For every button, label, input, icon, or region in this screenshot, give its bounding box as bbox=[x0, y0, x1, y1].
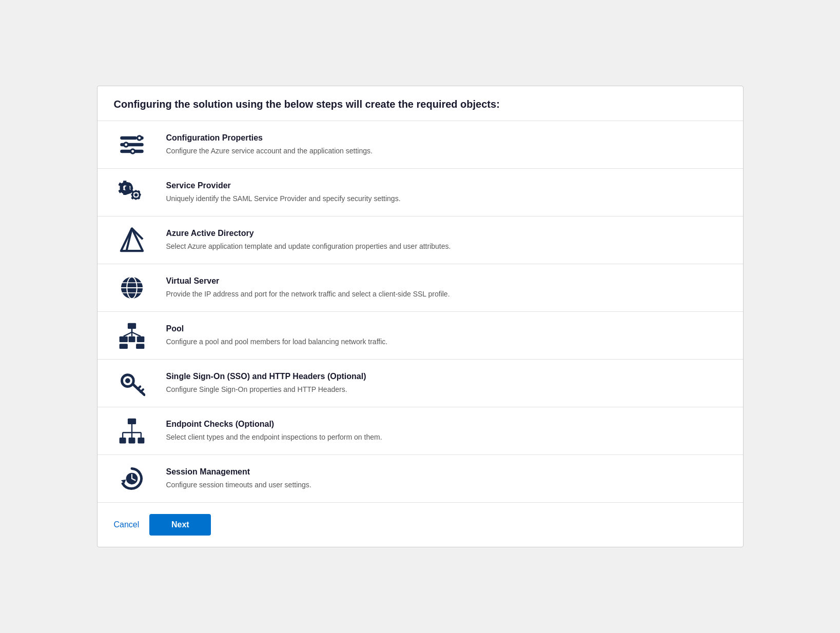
dialog-container: Configuring the solution using the below… bbox=[97, 86, 744, 547]
step-item-pool: Pool Configure a pool and pool members f… bbox=[97, 312, 743, 360]
step-content-pool: Pool Configure a pool and pool members f… bbox=[166, 324, 727, 347]
svg-line-50 bbox=[132, 332, 141, 337]
step-description-sso-http-headers: Configure Single Sign-On properties and … bbox=[166, 384, 727, 395]
svg-rect-45 bbox=[119, 344, 127, 349]
step-title-pool: Pool bbox=[166, 324, 727, 333]
svg-point-11 bbox=[131, 150, 134, 153]
step-description-endpoint-checks: Select client types and the endpoint ins… bbox=[166, 432, 727, 443]
svg-rect-17 bbox=[130, 187, 133, 189]
session-icon bbox=[114, 465, 150, 492]
svg-line-56 bbox=[141, 389, 143, 392]
svg-rect-41 bbox=[127, 323, 135, 329]
svg-rect-57 bbox=[127, 419, 135, 424]
sliders-icon bbox=[114, 131, 150, 158]
step-title-configuration-properties: Configuration Properties bbox=[166, 133, 727, 143]
svg-point-23 bbox=[134, 193, 138, 197]
step-title-virtual-server: Virtual Server bbox=[166, 276, 727, 286]
svg-rect-42 bbox=[119, 337, 127, 342]
step-content-configuration-properties: Configuration Properties Configure the A… bbox=[166, 133, 727, 156]
step-title-azure-active-directory: Azure Active Directory bbox=[166, 229, 727, 238]
svg-point-7 bbox=[125, 144, 127, 146]
step-description-configuration-properties: Configure the Azure service account and … bbox=[166, 146, 727, 156]
azure-icon bbox=[114, 227, 150, 253]
step-title-session-management: Session Management bbox=[166, 467, 727, 477]
svg-rect-43 bbox=[128, 337, 135, 342]
step-item-azure-active-directory: Azure Active Directory Select Azure appl… bbox=[97, 216, 743, 264]
steps-list: Configuration Properties Configure the A… bbox=[97, 121, 743, 503]
step-item-session-management: Session Management Configure session tim… bbox=[97, 455, 743, 503]
globe-icon bbox=[114, 274, 150, 301]
step-content-service-provider: Service Provider Uniquely identify the S… bbox=[166, 181, 727, 204]
svg-point-53 bbox=[125, 378, 130, 383]
step-description-virtual-server: Provide the IP address and port for the … bbox=[166, 289, 727, 300]
next-button[interactable]: Next bbox=[149, 514, 211, 536]
step-content-endpoint-checks: Endpoint Checks (Optional) Select client… bbox=[166, 420, 727, 443]
svg-rect-14 bbox=[126, 182, 128, 185]
svg-rect-5 bbox=[127, 143, 144, 147]
endpoint-icon bbox=[114, 418, 150, 444]
step-content-sso-http-headers: Single Sign-On (SSO) and HTTP Headers (O… bbox=[166, 372, 727, 395]
step-title-endpoint-checks: Endpoint Checks (Optional) bbox=[166, 420, 727, 429]
svg-rect-27 bbox=[139, 194, 141, 195]
dialog-header: Configuring the solution using the below… bbox=[97, 86, 743, 121]
cancel-button[interactable]: Cancel bbox=[114, 520, 140, 529]
network-icon bbox=[114, 322, 150, 349]
step-description-azure-active-directory: Select Azure application template and up… bbox=[166, 241, 727, 252]
svg-rect-16 bbox=[121, 187, 124, 189]
svg-rect-0 bbox=[120, 136, 137, 140]
step-description-service-provider: Uniquely identify the SAML Service Provi… bbox=[166, 193, 727, 204]
svg-rect-46 bbox=[136, 344, 144, 349]
svg-rect-15 bbox=[126, 191, 128, 194]
step-description-pool: Configure a pool and pool members for lo… bbox=[166, 337, 727, 347]
svg-point-3 bbox=[138, 137, 141, 140]
step-content-azure-active-directory: Azure Active Directory Select Azure appl… bbox=[166, 229, 727, 252]
svg-rect-25 bbox=[135, 197, 136, 200]
step-content-session-management: Session Management Configure session tim… bbox=[166, 467, 727, 490]
dialog-footer: Cancel Next bbox=[97, 503, 743, 547]
step-item-sso-http-headers: Single Sign-On (SSO) and HTTP Headers (O… bbox=[97, 360, 743, 407]
step-item-service-provider: Service Provider Uniquely identify the S… bbox=[97, 169, 743, 216]
svg-point-13 bbox=[125, 186, 129, 190]
svg-rect-26 bbox=[131, 194, 133, 195]
step-title-sso-http-headers: Single Sign-On (SSO) and HTTP Headers (O… bbox=[166, 372, 727, 381]
svg-line-48 bbox=[123, 332, 131, 337]
svg-rect-59 bbox=[128, 438, 135, 443]
gears-icon bbox=[114, 179, 150, 206]
step-item-configuration-properties: Configuration Properties Configure the A… bbox=[97, 121, 743, 169]
svg-line-55 bbox=[138, 387, 140, 389]
dialog-title: Configuring the solution using the below… bbox=[114, 98, 727, 110]
svg-rect-24 bbox=[135, 190, 136, 192]
key-icon bbox=[114, 370, 150, 397]
step-description-session-management: Configure session timeouts and user sett… bbox=[166, 480, 727, 490]
step-content-virtual-server: Virtual Server Provide the IP address an… bbox=[166, 276, 727, 300]
svg-rect-58 bbox=[119, 438, 126, 443]
step-item-endpoint-checks: Endpoint Checks (Optional) Select client… bbox=[97, 407, 743, 455]
step-item-virtual-server: Virtual Server Provide the IP address an… bbox=[97, 264, 743, 312]
svg-rect-60 bbox=[138, 438, 144, 443]
svg-rect-44 bbox=[136, 337, 144, 342]
step-title-service-provider: Service Provider bbox=[166, 181, 727, 190]
